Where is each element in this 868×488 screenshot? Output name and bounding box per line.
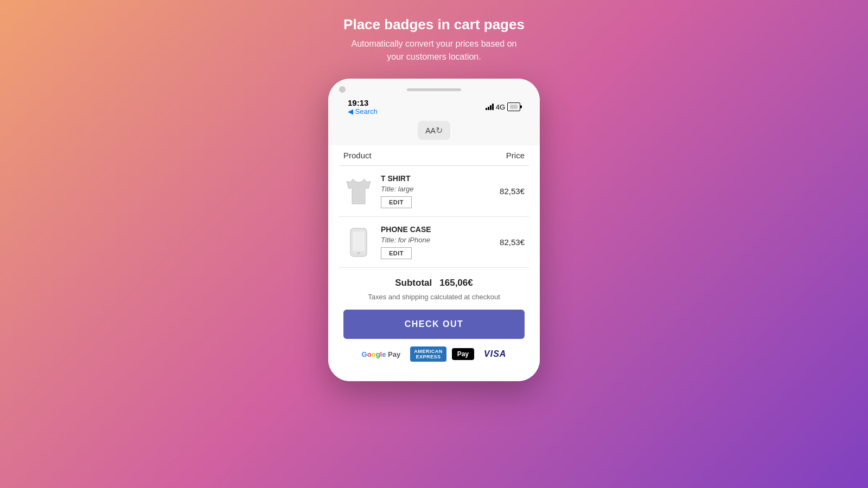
phonecase-image — [343, 224, 373, 260]
header-section: Place badges in cart pages Automatically… — [343, 16, 525, 63]
address-bar[interactable]: AA ↻ — [418, 121, 450, 140]
applepay-icon: Pay — [452, 348, 474, 360]
phonecase-details: PHONE CASE Title: for iPhone EDIT — [381, 225, 500, 259]
tshirt-variant: Title: large — [381, 185, 500, 193]
tshirt-name: T SHIRT — [381, 174, 500, 183]
status-bar: 19:13 ◀ Search 4G — [339, 96, 529, 119]
signal-icon — [486, 104, 494, 110]
subtotal-label: Subtotal — [395, 278, 432, 288]
network-label: 4G — [496, 103, 505, 111]
speaker-icon — [407, 88, 461, 91]
svg-rect-2 — [357, 252, 360, 254]
phonecase-price: 82,53€ — [500, 237, 525, 247]
phone-notch-area — [339, 84, 529, 96]
header-subtitle: Automatically convert your prices based … — [343, 37, 525, 63]
header-title: Place badges in cart pages — [343, 16, 525, 33]
subtotal-note: Taxes and shipping calculated at checkou… — [343, 293, 525, 301]
visa-icon: VISA — [480, 347, 510, 361]
phonecase-edit-button[interactable]: EDIT — [381, 247, 412, 259]
reload-icon[interactable]: ↻ — [436, 125, 443, 136]
tshirt-image — [343, 174, 373, 209]
phonecase-variant: Title: for iPhone — [381, 236, 500, 244]
svg-rect-1 — [353, 232, 365, 251]
back-button[interactable]: ◀ Search — [348, 107, 378, 115]
tshirt-price: 82,53€ — [500, 187, 525, 196]
cart-content: Product Price T SHIRT Title: large EDIT … — [328, 145, 540, 381]
payment-icons: Google Pay AMERICANEXPRESS Pay VISA — [343, 346, 525, 367]
checkout-button[interactable]: CHECK OUT — [343, 310, 525, 339]
camera-icon — [339, 86, 346, 93]
subtotal-section: Subtotal 165,06€ Taxes and shipping calc… — [339, 268, 529, 370]
cart-item-phonecase: PHONE CASE Title: for iPhone EDIT 82,53€ — [339, 217, 529, 268]
subtotal-value: 165,06€ — [439, 278, 473, 288]
phone-top-bar: 19:13 ◀ Search 4G — [328, 79, 540, 145]
col-price-header: Price — [506, 151, 525, 160]
status-right: 4G — [486, 102, 520, 111]
phonecase-name: PHONE CASE — [381, 225, 500, 234]
subtotal-row: Subtotal 165,06€ — [343, 278, 525, 288]
phone-frame: 19:13 ◀ Search 4G — [328, 79, 540, 381]
battery-icon — [507, 102, 520, 111]
col-product-header: Product — [343, 151, 372, 160]
status-time: 19:13 — [348, 98, 368, 107]
tshirt-edit-button[interactable]: EDIT — [381, 196, 412, 208]
cart-table-header: Product Price — [339, 145, 529, 166]
googlepay-icon: Google Pay — [358, 348, 405, 361]
page-container: Place badges in cart pages Automatically… — [0, 0, 868, 488]
amex-icon: AMERICANEXPRESS — [410, 346, 446, 362]
cart-item-tshirt: T SHIRT Title: large EDIT 82,53€ — [339, 166, 529, 217]
tshirt-details: T SHIRT Title: large EDIT — [381, 174, 500, 208]
address-text: AA — [425, 126, 436, 135]
